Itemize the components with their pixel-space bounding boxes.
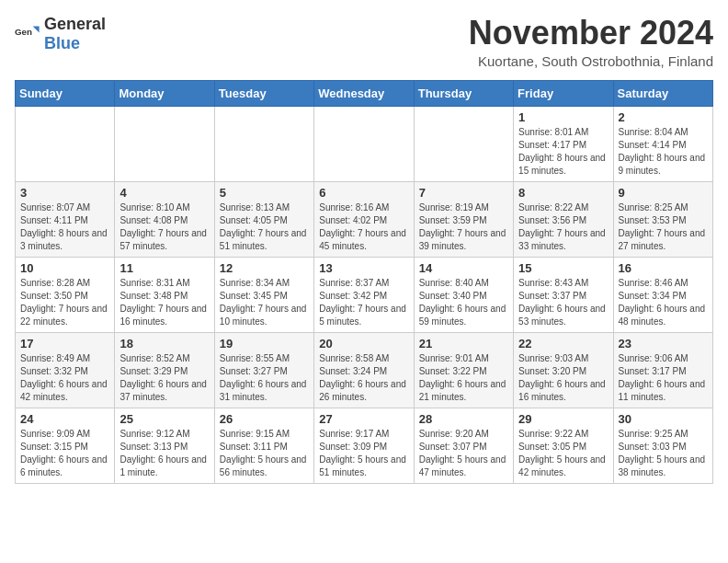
day-number: 3 <box>20 186 109 200</box>
day-info: Sunrise: 9:06 AM Sunset: 3:17 PM Dayligh… <box>619 352 708 404</box>
day-info: Sunrise: 8:52 AM Sunset: 3:29 PM Dayligh… <box>119 352 209 404</box>
calendar-cell <box>16 106 115 181</box>
day-number: 8 <box>518 186 608 200</box>
day-number: 4 <box>119 186 209 200</box>
header-monday: Monday <box>115 80 214 106</box>
day-number: 2 <box>619 110 708 124</box>
calendar-cell: 29Sunrise: 9:22 AM Sunset: 3:05 PM Dayli… <box>514 408 613 483</box>
day-info: Sunrise: 8:43 AM Sunset: 3:37 PM Dayligh… <box>518 277 608 328</box>
day-info: Sunrise: 8:46 AM Sunset: 3:34 PM Dayligh… <box>619 277 708 328</box>
calendar-cell: 6Sunrise: 8:16 AM Sunset: 4:02 PM Daylig… <box>314 181 414 257</box>
day-number: 10 <box>20 261 109 275</box>
calendar-cell: 15Sunrise: 8:43 AM Sunset: 3:37 PM Dayli… <box>514 257 613 332</box>
header-tuesday: Tuesday <box>214 80 313 106</box>
day-number: 23 <box>619 337 708 350</box>
day-number: 14 <box>419 261 508 275</box>
day-info: Sunrise: 8:22 AM Sunset: 3:56 PM Dayligh… <box>518 201 608 253</box>
calendar-cell: 13Sunrise: 8:37 AM Sunset: 3:42 PM Dayli… <box>314 257 414 332</box>
day-number: 29 <box>518 412 608 426</box>
day-info: Sunrise: 8:37 AM Sunset: 3:42 PM Dayligh… <box>319 277 408 328</box>
logo-blue: Blue <box>44 34 80 52</box>
calendar-cell: 27Sunrise: 9:17 AM Sunset: 3:09 PM Dayli… <box>314 408 414 483</box>
day-number: 16 <box>619 261 708 275</box>
logo: Gen General Blue <box>15 15 106 53</box>
day-info: Sunrise: 8:55 AM Sunset: 3:27 PM Dayligh… <box>220 352 309 404</box>
header-sunday: Sunday <box>16 80 115 106</box>
calendar-table: SundayMondayTuesdayWednesdayThursdayFrid… <box>15 80 713 484</box>
calendar-cell: 4Sunrise: 8:10 AM Sunset: 4:08 PM Daylig… <box>115 181 214 257</box>
day-number: 26 <box>220 412 309 426</box>
day-number: 28 <box>419 412 508 426</box>
day-number: 9 <box>619 186 708 200</box>
day-info: Sunrise: 8:19 AM Sunset: 3:59 PM Dayligh… <box>419 201 508 253</box>
day-info: Sunrise: 9:17 AM Sunset: 3:09 PM Dayligh… <box>319 428 408 479</box>
calendar-cell: 14Sunrise: 8:40 AM Sunset: 3:40 PM Dayli… <box>414 257 513 332</box>
day-number: 27 <box>319 412 408 426</box>
calendar-cell: 2Sunrise: 8:04 AM Sunset: 4:14 PM Daylig… <box>613 106 712 181</box>
calendar-cell: 8Sunrise: 8:22 AM Sunset: 3:56 PM Daylig… <box>514 181 613 257</box>
calendar-week-5: 24Sunrise: 9:09 AM Sunset: 3:15 PM Dayli… <box>16 408 713 483</box>
title-block: November 2024 Kuortane, South Ostrobothn… <box>469 15 713 69</box>
header-saturday: Saturday <box>613 80 712 106</box>
calendar-cell: 5Sunrise: 8:13 AM Sunset: 4:05 PM Daylig… <box>214 181 313 257</box>
header-thursday: Thursday <box>414 80 513 106</box>
calendar-cell: 9Sunrise: 8:25 AM Sunset: 3:53 PM Daylig… <box>613 181 712 257</box>
calendar-cell <box>414 106 513 181</box>
header-friday: Friday <box>514 80 613 106</box>
calendar-cell: 11Sunrise: 8:31 AM Sunset: 3:48 PM Dayli… <box>115 257 214 332</box>
day-number: 6 <box>319 186 408 200</box>
day-number: 24 <box>20 412 109 426</box>
calendar-week-3: 10Sunrise: 8:28 AM Sunset: 3:50 PM Dayli… <box>16 257 713 332</box>
day-number: 15 <box>518 261 608 275</box>
day-info: Sunrise: 9:12 AM Sunset: 3:13 PM Dayligh… <box>119 428 209 479</box>
calendar-cell <box>214 106 313 181</box>
calendar-cell: 16Sunrise: 8:46 AM Sunset: 3:34 PM Dayli… <box>613 257 712 332</box>
day-number: 5 <box>220 186 309 200</box>
calendar-cell: 26Sunrise: 9:15 AM Sunset: 3:11 PM Dayli… <box>214 408 313 483</box>
day-info: Sunrise: 9:03 AM Sunset: 3:20 PM Dayligh… <box>518 352 608 404</box>
day-info: Sunrise: 8:16 AM Sunset: 4:02 PM Dayligh… <box>319 201 408 253</box>
day-info: Sunrise: 8:07 AM Sunset: 4:11 PM Dayligh… <box>20 201 109 253</box>
calendar-cell <box>115 106 214 181</box>
svg-text:Gen: Gen <box>15 27 32 37</box>
calendar-cell <box>314 106 414 181</box>
page-header: Gen General Blue November 2024 Kuortane,… <box>15 15 713 69</box>
calendar-cell: 24Sunrise: 9:09 AM Sunset: 3:15 PM Dayli… <box>16 408 115 483</box>
day-number: 18 <box>119 337 209 350</box>
calendar-cell: 30Sunrise: 9:25 AM Sunset: 3:03 PM Dayli… <box>613 408 712 483</box>
day-info: Sunrise: 9:25 AM Sunset: 3:03 PM Dayligh… <box>619 428 708 479</box>
calendar-cell: 23Sunrise: 9:06 AM Sunset: 3:17 PM Dayli… <box>613 332 712 408</box>
svg-marker-1 <box>33 27 40 33</box>
day-info: Sunrise: 8:49 AM Sunset: 3:32 PM Dayligh… <box>20 352 109 404</box>
calendar-week-2: 3Sunrise: 8:07 AM Sunset: 4:11 PM Daylig… <box>16 181 713 257</box>
calendar-cell: 12Sunrise: 8:34 AM Sunset: 3:45 PM Dayli… <box>214 257 313 332</box>
day-info: Sunrise: 9:22 AM Sunset: 3:05 PM Dayligh… <box>518 428 608 479</box>
day-number: 17 <box>20 337 109 350</box>
calendar-cell: 1Sunrise: 8:01 AM Sunset: 4:17 PM Daylig… <box>514 106 613 181</box>
calendar-cell: 18Sunrise: 8:52 AM Sunset: 3:29 PM Dayli… <box>115 332 214 408</box>
header-wednesday: Wednesday <box>314 80 414 106</box>
day-info: Sunrise: 8:13 AM Sunset: 4:05 PM Dayligh… <box>220 201 309 253</box>
day-number: 25 <box>119 412 209 426</box>
logo-general: General <box>44 15 106 33</box>
day-number: 20 <box>319 337 408 350</box>
calendar-cell: 7Sunrise: 8:19 AM Sunset: 3:59 PM Daylig… <box>414 181 513 257</box>
day-info: Sunrise: 8:31 AM Sunset: 3:48 PM Dayligh… <box>119 277 209 328</box>
day-number: 7 <box>419 186 508 200</box>
calendar-cell: 21Sunrise: 9:01 AM Sunset: 3:22 PM Dayli… <box>414 332 513 408</box>
logo-icon: Gen <box>15 21 40 47</box>
day-number: 13 <box>319 261 408 275</box>
calendar-body: 1Sunrise: 8:01 AM Sunset: 4:17 PM Daylig… <box>16 106 713 483</box>
day-info: Sunrise: 9:15 AM Sunset: 3:11 PM Dayligh… <box>220 428 309 479</box>
calendar-cell: 3Sunrise: 8:07 AM Sunset: 4:11 PM Daylig… <box>16 181 115 257</box>
day-info: Sunrise: 8:10 AM Sunset: 4:08 PM Dayligh… <box>119 201 209 253</box>
calendar-week-4: 17Sunrise: 8:49 AM Sunset: 3:32 PM Dayli… <box>16 332 713 408</box>
day-info: Sunrise: 8:25 AM Sunset: 3:53 PM Dayligh… <box>619 201 708 253</box>
day-number: 22 <box>518 337 608 350</box>
day-info: Sunrise: 9:01 AM Sunset: 3:22 PM Dayligh… <box>419 352 508 404</box>
day-info: Sunrise: 8:01 AM Sunset: 4:17 PM Dayligh… <box>518 126 608 178</box>
day-number: 11 <box>119 261 209 275</box>
day-info: Sunrise: 8:40 AM Sunset: 3:40 PM Dayligh… <box>419 277 508 328</box>
day-info: Sunrise: 8:28 AM Sunset: 3:50 PM Dayligh… <box>20 277 109 328</box>
day-info: Sunrise: 8:04 AM Sunset: 4:14 PM Dayligh… <box>619 126 708 178</box>
